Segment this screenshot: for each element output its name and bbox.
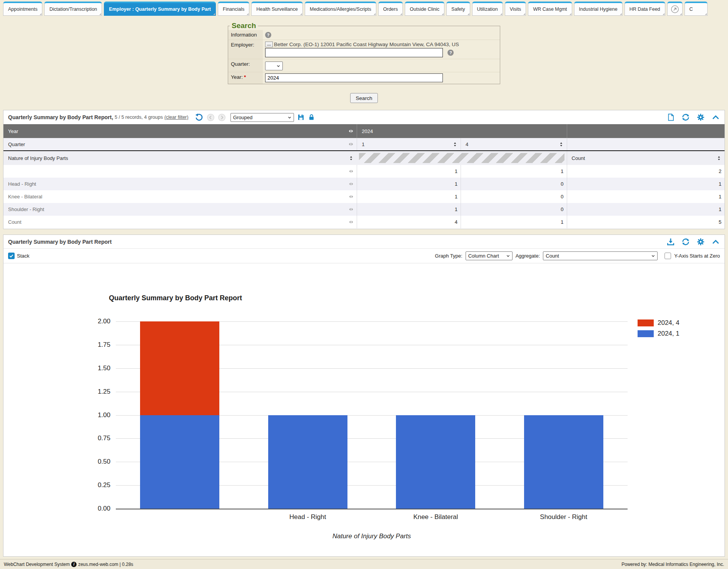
graph-type-select[interactable]: Column Chart [466,251,513,260]
tab-label: Appointments [8,7,37,12]
stack-checkbox[interactable] [8,253,15,259]
row-resize-icon[interactable] [349,169,354,174]
y-axis-zero-checkbox[interactable] [665,253,671,259]
history-forward-button[interactable] [218,113,226,121]
history-back-button[interactable] [207,113,215,121]
tab-safety[interactable]: Safety [446,2,470,16]
chart-settings-button[interactable] [696,238,705,246]
bar-segment-2024-1[interactable] [268,415,347,509]
quarter-4-column-header: 4 [466,141,468,147]
refresh-grid-button[interactable] [681,113,690,121]
x-category-label: Knee - Bilateral [372,513,500,521]
download-chart-button[interactable] [666,238,675,246]
graph-type-value: Column Chart [468,253,499,259]
undo-button[interactable] [195,113,204,122]
grid-settings-button[interactable] [696,113,705,121]
cell-count-value: 1 [567,178,725,190]
employer-collapse-button[interactable]: — [265,42,273,47]
table-row[interactable]: Shoulder - Right 1 0 1 [3,203,725,216]
help-icon[interactable]: ? [265,32,271,38]
y-tick-label: 1.50 [76,364,110,372]
y-tick-label: 1.75 [76,341,110,349]
lock-view-button[interactable] [308,113,315,121]
sort-icon[interactable] [716,155,721,161]
bar-segment-2024-1[interactable] [396,415,475,509]
tab-visits[interactable]: Visits [505,2,526,16]
bar-segment-2024-1[interactable] [524,415,603,509]
tab-overflow-button[interactable] [667,2,683,16]
row-resize-icon[interactable] [349,220,354,225]
cell-q1-value: 1 [357,203,461,216]
row-resize-icon[interactable] [349,207,354,212]
search-button[interactable]: Search [350,93,378,103]
table-row[interactable]: 1 1 2 [3,165,725,178]
gear-icon [696,113,705,121]
info-icon[interactable]: i [71,562,77,567]
year-input[interactable] [265,73,443,82]
grid-record-count: 5 / 5 records, 4 groups [115,115,163,120]
tab-hr-data-feed[interactable]: HR Data Feed [624,2,665,16]
tab-employer-quarterly-summary[interactable]: Employer : Quarterly Summary by Body Par… [104,2,216,16]
cell-count-value: 1 [567,203,725,216]
aggregate-select[interactable]: Count [543,251,658,260]
tab-wr-case-mgmt[interactable]: WR Case Mgmt [528,2,572,16]
tab-label: Utilization [477,7,498,12]
tab-utilization[interactable]: Utilization [472,2,503,16]
export-report-button[interactable] [667,113,675,121]
y-tick-label: 0.25 [76,481,110,489]
bar-segment-2024-1[interactable] [140,415,219,509]
view-mode-select[interactable]: Grouped [230,113,294,122]
column-resize-icon[interactable] [348,128,354,134]
tab-label: Industrial Hygiene [579,7,618,12]
collapse-grid-button[interactable] [711,113,720,121]
aggregate-label: Aggregate: [516,253,540,259]
tab-medications-allergies-scripts[interactable]: Medications/Allergies/Scripts [305,2,376,16]
chart-panel-title: Quarterly Summary by Body Part Report [8,239,112,245]
check-icon [9,253,14,258]
tab-label: Visits [510,7,521,12]
cell-count-value: 5 [567,216,725,228]
search-section: Search Information ? Employer: — Better … [228,22,500,84]
row-resize-icon[interactable] [349,181,354,186]
sort-icon[interactable] [349,155,354,161]
hatched-spacer-cell [359,153,564,163]
footer-host: zeus.med-web.com | 0.28s [78,562,133,567]
sort-icon[interactable] [559,141,564,147]
clear-filter-link[interactable]: (clear filter) [164,115,189,120]
tab-partial[interactable]: C [685,2,708,16]
cell-q4-value: 1 [461,216,566,228]
tab-appointments[interactable]: Appointments [3,2,42,16]
footer-app-name: WebChart Development System [4,562,70,567]
x-axis-title: Nature of Injury Body Parts [116,532,628,540]
chart-title: Quarterly Summary by Body Part Report [109,294,242,302]
tab-outside-clinic[interactable]: Outside Clinic [405,2,444,16]
y-tick-label: 0.75 [76,434,110,442]
row-resize-icon[interactable] [349,194,354,199]
table-row[interactable]: Head - Right 1 0 1 [3,178,725,190]
tab-label: Health Surveillance [256,7,298,12]
tab-financials[interactable]: Financials [218,2,249,16]
column-resize-icon[interactable] [348,141,354,147]
employer-help-icon[interactable]: ? [447,50,454,56]
save-view-button[interactable] [297,113,305,121]
table-row[interactable]: Knee - Bilateral 1 0 1 [3,190,725,203]
grid-panel-header: Quarterly Summary by Body Part Report, 5… [3,110,725,124]
employer-input[interactable] [265,48,443,57]
tab-dictation-transcription[interactable]: Dictation/Transcription [44,2,102,16]
bar-segment-2024-4[interactable] [140,321,219,415]
tab-industrial-hygiene[interactable]: Industrial Hygiene [574,2,623,16]
pivot-table: Year 2024 Quarter 1 4 Nature of Injury B… [3,124,725,228]
tab-health-surveillance[interactable]: Health Surveillance [251,2,303,16]
refresh-chart-button[interactable] [681,238,690,246]
download-icon [666,238,675,246]
quarter-select[interactable] [265,62,283,70]
cell-body-part: Head - Right [8,181,36,187]
count-header-label: Count [572,155,585,161]
collapse-chart-button[interactable] [711,238,720,246]
chevron-up-icon [711,113,720,121]
y-tick-label: 0.00 [76,505,110,512]
table-row-count-total[interactable]: Count 4 1 5 [3,216,725,228]
cell-q1-value: 1 [357,178,461,190]
sort-icon[interactable] [452,141,458,147]
tab-orders[interactable]: Orders [378,2,403,16]
